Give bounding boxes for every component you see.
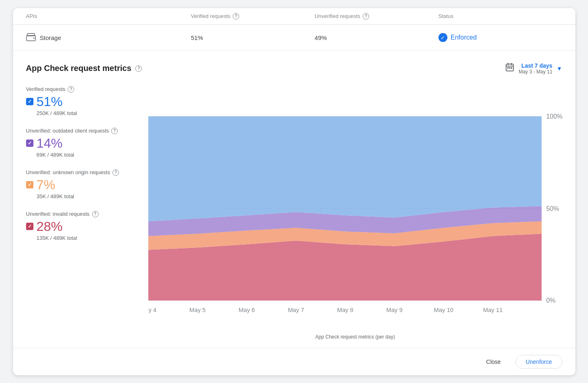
chart-svg: 100% 50% 0% May 4: [148, 86, 562, 331]
storage-name-cell: Storage: [26, 33, 191, 42]
svg-text:May 6: May 6: [238, 307, 255, 313]
header-verified: Verified requests ?: [191, 13, 315, 20]
status-cell: ✓ Enforced: [438, 33, 562, 42]
legend-invalid-label: Unverified: invalid requests: [26, 211, 90, 217]
svg-text:May 4: May 4: [148, 307, 156, 313]
legend-outdated-help[interactable]: ?: [111, 128, 118, 134]
enforced-check-icon: ✓: [438, 33, 447, 42]
legend-outdated-checkbox[interactable]: ✓: [26, 139, 33, 147]
enforced-label: Enforced: [451, 34, 477, 41]
legend-item-invalid: Unverified: invalid requests ? ✓ 28% 135…: [26, 211, 140, 241]
header-unverified: Unverified requests ?: [315, 13, 438, 20]
metrics-content: Verified requests ? ✓ 51% 250K / 489K to…: [26, 86, 562, 340]
legend-outdated-total: 69K / 489K total: [37, 152, 140, 158]
legend-invalid-percent: 28%: [37, 219, 63, 234]
chart-title: App Check request metrics (per day): [148, 334, 562, 340]
legend-item-verified: Verified requests ? ✓ 51% 250K / 489K to…: [26, 86, 140, 116]
svg-text:May 8: May 8: [337, 307, 353, 313]
storage-label: Storage: [40, 34, 62, 41]
legend-verified-help[interactable]: ?: [68, 86, 74, 93]
svg-text:100%: 100%: [546, 113, 562, 120]
unverified-help-icon[interactable]: ?: [363, 13, 369, 20]
svg-text:50%: 50%: [546, 205, 559, 212]
legend-verified-checkbox[interactable]: ✓: [26, 98, 33, 105]
metrics-title-text: App Check request metrics: [26, 64, 132, 73]
legend-invalid-checkbox[interactable]: ✓: [26, 223, 33, 230]
date-range-text: Last 7 days May 3 - May 11: [519, 62, 553, 75]
unverified-percent-cell: 49%: [315, 34, 438, 41]
svg-text:May 5: May 5: [189, 307, 205, 313]
verified-percent-cell: 51%: [191, 34, 315, 41]
table-header: APIs Verified requests ? Unverified requ…: [13, 8, 575, 25]
metrics-header: App Check request metrics ?: [26, 62, 562, 75]
legend-verified-label: Verified requests: [26, 86, 66, 92]
legend-item-outdated: Unverified: outdated client requests ? ✓…: [26, 128, 140, 158]
calendar-icon: [505, 62, 515, 75]
legend-outdated-label: Unverified: outdated client requests: [26, 128, 109, 134]
svg-text:0%: 0%: [546, 297, 555, 304]
legend-unknown-total: 35K / 489K total: [37, 193, 140, 199]
date-range-sub: May 3 - May 11: [519, 69, 553, 75]
close-button[interactable]: Close: [476, 355, 511, 369]
unenforce-button[interactable]: Unenforce: [515, 355, 562, 369]
header-apis: APIs: [26, 13, 191, 20]
verified-help-icon[interactable]: ?: [233, 13, 239, 20]
storage-icon: [26, 33, 36, 42]
metrics-help-icon[interactable]: ?: [135, 65, 142, 72]
chevron-down-icon: ▼: [557, 65, 562, 72]
legend-unknown-label: Unverified: unknown origin requests: [26, 169, 110, 175]
legend-invalid-help[interactable]: ?: [92, 211, 99, 217]
date-range-button[interactable]: Last 7 days May 3 - May 11 ▼: [505, 62, 562, 75]
metrics-title-container: App Check request metrics ?: [26, 64, 142, 73]
svg-point-2: [33, 38, 34, 39]
chart-container: 100% 50% 0% May 4: [148, 86, 562, 331]
legend-unknown-help[interactable]: ?: [112, 169, 119, 176]
svg-text:May 11: May 11: [483, 307, 502, 313]
footer: Close Unenforce: [13, 348, 575, 375]
legend-item-unknown: Unverified: unknown origin requests ? ✓ …: [26, 169, 140, 199]
svg-text:May 7: May 7: [288, 307, 304, 313]
svg-text:May 9: May 9: [386, 307, 402, 313]
legend-invalid-total: 135K / 489K total: [37, 235, 140, 241]
legend-unknown-checkbox[interactable]: ✓: [26, 181, 33, 188]
svg-text:May 10: May 10: [434, 307, 453, 313]
legend-panel: Verified requests ? ✓ 51% 250K / 489K to…: [26, 86, 140, 340]
date-range-label: Last 7 days: [519, 62, 553, 69]
legend-outdated-percent: 14%: [37, 136, 63, 151]
main-card: APIs Verified requests ? Unverified requ…: [13, 8, 575, 375]
svg-rect-8: [509, 67, 510, 69]
metrics-section: App Check request metrics ?: [13, 51, 575, 348]
svg-rect-9: [511, 67, 512, 69]
legend-verified-percent: 51%: [37, 94, 63, 109]
svg-rect-7: [507, 67, 509, 69]
chart-area: 100% 50% 0% May 4: [148, 86, 562, 340]
header-status: Status: [438, 13, 562, 20]
legend-verified-total: 250K / 489K total: [37, 110, 140, 116]
storage-row: Storage 51% 49% ✓ Enforced: [13, 25, 575, 51]
legend-unknown-percent: 7%: [37, 177, 55, 193]
